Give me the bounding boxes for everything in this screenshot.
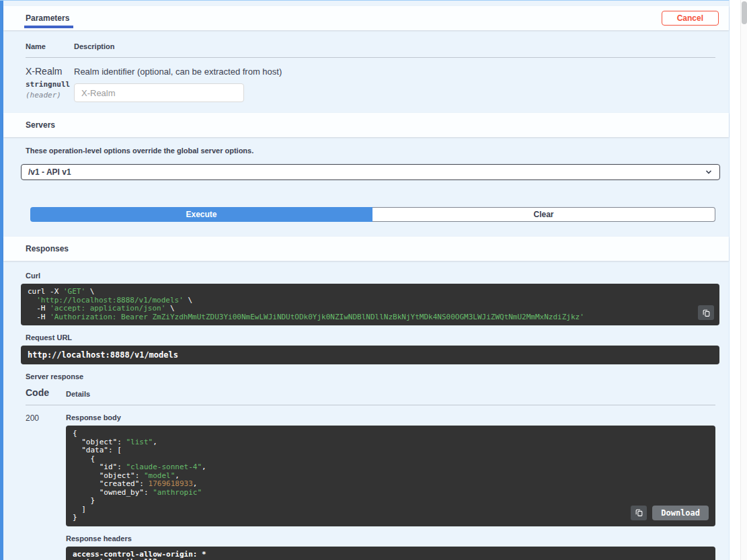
responses-body: Curl curl -X 'GET' \ 'http://localhost:8… bbox=[3, 261, 729, 560]
servers-header: Servers bbox=[3, 113, 729, 137]
responses-title: Responses bbox=[26, 244, 69, 253]
curl-command-block: curl -X 'GET' \ 'http://localhost:8888/v… bbox=[21, 284, 719, 325]
description-column-header: Description bbox=[74, 42, 715, 50]
opblock-left-accent bbox=[0, 1, 3, 560]
curl-command-text: curl -X 'GET' \ 'http://localhost:8888/v… bbox=[28, 288, 713, 321]
execute-button-group: Execute Clear bbox=[30, 207, 715, 222]
opblock-get: Parameters Cancel Name Description X-Rea… bbox=[0, 0, 730, 560]
response-table-head: Code Details bbox=[26, 387, 715, 405]
code-column-header: Code bbox=[26, 387, 66, 398]
name-column-header: Name bbox=[26, 42, 74, 50]
server-select[interactable]: /v1 - API v1 bbox=[21, 164, 720, 180]
response-body-label: Response body bbox=[66, 413, 715, 422]
clipboard-icon bbox=[635, 508, 643, 517]
request-url-value: http://localhost:8888/v1/models bbox=[21, 346, 719, 364]
response-body-block: { "object": "list", "data": [ { "id": "c… bbox=[66, 426, 715, 526]
servers-note: These operation-level options override t… bbox=[26, 147, 715, 155]
parameters-table-head: Name Description bbox=[26, 42, 715, 58]
details-column-header: Details bbox=[66, 390, 90, 398]
response-headers-block: access-control-allow-origin: *content-le… bbox=[66, 547, 715, 560]
scrollbar[interactable] bbox=[740, 0, 747, 560]
parameters-header: Parameters Cancel bbox=[3, 6, 729, 30]
copy-curl-button[interactable] bbox=[698, 305, 714, 320]
download-button[interactable]: Download bbox=[652, 506, 709, 520]
clipboard-icon bbox=[702, 309, 711, 317]
chevron-down-icon bbox=[705, 168, 713, 176]
server-select-value: /v1 - API v1 bbox=[28, 167, 71, 177]
tab-parameters[interactable]: Parameters bbox=[26, 6, 69, 30]
response-body-actions: Download bbox=[631, 506, 709, 520]
response-row: 200 Response body { "object": "list", "d… bbox=[26, 405, 715, 560]
active-tab-underline bbox=[24, 26, 73, 28]
x-realm-input[interactable] bbox=[74, 83, 244, 102]
swagger-ui-page: Parameters Cancel Name Description X-Rea… bbox=[0, 0, 747, 560]
parameters-body: Name Description X-Realm stringnull (hea… bbox=[3, 30, 729, 113]
parameter-name: X-Realm bbox=[26, 66, 74, 77]
curl-label: Curl bbox=[26, 272, 715, 280]
parameter-description: Realm identifier (optional, can be extra… bbox=[74, 66, 715, 77]
request-url-label: Request URL bbox=[26, 333, 715, 342]
response-headers-text: access-control-allow-origin: *content-le… bbox=[73, 551, 709, 560]
parameter-row: X-Realm stringnull (header) Realm identi… bbox=[26, 58, 715, 102]
parameter-type: stringnull bbox=[26, 80, 74, 89]
responses-header: Responses bbox=[3, 237, 729, 261]
copy-response-button[interactable] bbox=[631, 506, 647, 520]
clear-button[interactable]: Clear bbox=[372, 207, 715, 222]
parameters-title: Parameters bbox=[26, 13, 69, 23]
status-code: 200 bbox=[26, 413, 66, 560]
servers-body: These operation-level options override t… bbox=[3, 137, 729, 237]
cancel-button[interactable]: Cancel bbox=[662, 11, 719, 26]
server-response-label: Server response bbox=[26, 372, 715, 381]
parameter-location: (header) bbox=[26, 91, 74, 99]
response-body-text: { "object": "list", "data": [ { "id": "c… bbox=[73, 430, 709, 522]
servers-title: Servers bbox=[26, 120, 55, 130]
execute-button[interactable]: Execute bbox=[30, 207, 372, 222]
scrollbar-thumb[interactable] bbox=[742, 1, 747, 24]
response-headers-label: Response headers bbox=[66, 534, 715, 543]
